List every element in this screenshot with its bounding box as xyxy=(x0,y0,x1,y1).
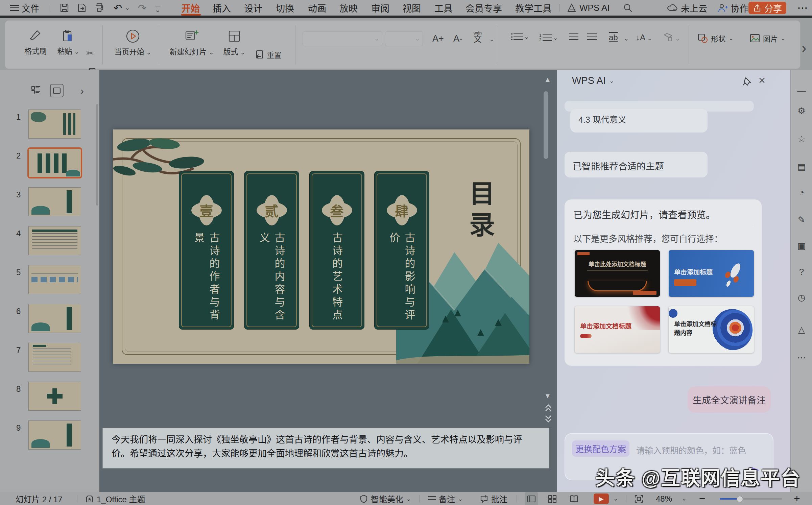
reading-view-button[interactable] xyxy=(569,492,579,505)
zoom-slider-thumb[interactable] xyxy=(737,496,743,502)
toc-panel-3[interactable]: 叁古诗的艺术特点 xyxy=(309,171,364,330)
canvas-scrollbar-thumb[interactable] xyxy=(544,91,548,159)
zoom-level-display[interactable]: 48% xyxy=(656,492,672,505)
tab-slideshow[interactable]: 放映 xyxy=(339,0,358,16)
tab-membership[interactable]: 会员专享 xyxy=(465,0,502,16)
collaborate-button[interactable]: 协作 xyxy=(717,0,748,16)
slideshow-play-button[interactable]: ▶ xyxy=(594,494,609,504)
picture-button[interactable]: 图片⌄ xyxy=(749,33,786,44)
change-color-scheme-tag[interactable]: 更换配色方案 xyxy=(572,440,629,457)
smart-beautify-button[interactable]: 智能美化⌄ xyxy=(359,492,411,505)
slide-preview[interactable] xyxy=(28,343,81,372)
slide-thumbnail-5[interactable]: 5 xyxy=(0,265,99,293)
reset-button[interactable]: 重置 xyxy=(255,49,282,60)
tab-animation[interactable]: 动画 xyxy=(308,0,326,16)
tab-view[interactable]: 视图 xyxy=(403,0,421,16)
slide-view-button[interactable] xyxy=(50,84,64,97)
scroll-down-arrow[interactable]: ▼ xyxy=(544,392,551,400)
theme-style-card-4[interactable]: 单击添加文档标题内容 xyxy=(669,306,754,353)
slide-thumbnail-7[interactable]: 7 xyxy=(0,343,99,371)
slide-preview[interactable] xyxy=(28,110,81,139)
slide-preview[interactable] xyxy=(28,420,81,450)
slide-thumbnail-3[interactable]: 3 xyxy=(0,187,99,216)
slide-thumbnail-4[interactable]: 4 xyxy=(0,226,99,255)
more-icon[interactable]: ⋯ xyxy=(791,353,812,363)
share-button[interactable]: 分享 xyxy=(748,2,786,14)
slide-thumbnail-1[interactable]: 1 xyxy=(0,110,99,138)
comments-button[interactable]: 批注 xyxy=(480,492,507,505)
pen-icon[interactable]: ✎ xyxy=(791,215,812,225)
slide-preview[interactable] xyxy=(28,187,81,216)
main-menu-button[interactable]: 文件 xyxy=(10,0,39,16)
slide-title[interactable]: 目录 xyxy=(461,180,498,242)
play-from-current-button[interactable]: 当页开始 ⌄ xyxy=(113,29,153,56)
collapse-panel-icon[interactable]: — xyxy=(791,86,812,96)
clock-icon[interactable]: ◷ xyxy=(791,292,812,303)
toc-panel-2[interactable]: 贰古诗的内容与含义 xyxy=(244,171,299,330)
outline-view-button[interactable] xyxy=(30,84,42,96)
bullet-list-button[interactable]: ⌄ xyxy=(511,33,529,40)
panel-expand-button[interactable]: › xyxy=(80,85,84,97)
format-painter-button[interactable]: 格式刷 xyxy=(19,29,52,56)
save-button[interactable] xyxy=(59,0,70,16)
slide-preview[interactable] xyxy=(28,382,81,411)
play-options-chevron[interactable]: ⌄ xyxy=(613,496,618,502)
increase-indent-button[interactable] xyxy=(587,33,597,40)
pin-panel-button[interactable] xyxy=(742,76,752,87)
fit-to-window-button[interactable] xyxy=(634,492,644,505)
font-family-select[interactable]: ⌄ xyxy=(303,31,382,46)
print-button[interactable] xyxy=(94,0,105,16)
decrease-font-button[interactable]: A- xyxy=(453,33,462,44)
wps-ai-button[interactable]: WPS AI xyxy=(567,0,610,16)
panels-icon[interactable]: ▤ xyxy=(791,162,812,172)
tab-home[interactable]: 开始 xyxy=(182,0,200,16)
ai-outline-item-card[interactable]: 4.3 现代意义 xyxy=(570,109,708,133)
slide-preview[interactable] xyxy=(28,265,81,294)
slide-preview[interactable] xyxy=(28,304,81,333)
font-size-select[interactable]: ⌄ xyxy=(385,31,423,46)
speaker-notes[interactable]: 今天我们将一同深入探讨《独坐敬亭山》这首古诗的作者与背景、内容与含义、艺术特点以… xyxy=(102,428,549,468)
redo-button[interactable]: ↷ xyxy=(138,0,146,16)
decrease-indent-button[interactable] xyxy=(569,33,578,40)
current-slide[interactable]: 目录 壹古诗的作者与背景贰古诗的内容与含义叁古诗的艺术特点肆古诗的影响与评价 xyxy=(113,129,529,364)
next-slide-button[interactable] xyxy=(544,414,552,423)
cut-button[interactable]: ✂ xyxy=(86,48,94,59)
ribbon-collapse-button[interactable]: › xyxy=(802,41,806,56)
cloud-status-button[interactable]: 未上云 xyxy=(667,0,707,16)
scroll-up-arrow[interactable]: ▲ xyxy=(544,76,551,83)
close-panel-button[interactable]: × xyxy=(759,74,765,87)
slide-preview[interactable] xyxy=(28,226,81,255)
chart-icon[interactable]: ◔ xyxy=(791,187,812,198)
slide-thumbnail-8[interactable]: 8 xyxy=(0,382,99,410)
zoom-options-chevron[interactable]: ⌄ xyxy=(682,496,687,502)
shapes-button[interactable]: 形状⌄ xyxy=(697,33,734,44)
theme-style-card-1[interactable]: 单击此处添加文档标题 xyxy=(575,250,660,297)
tab-transition[interactable]: 切换 xyxy=(276,0,294,16)
help-icon[interactable]: ? xyxy=(791,267,812,277)
tab-insert[interactable]: 插入 xyxy=(213,0,231,16)
generate-speech-notes-button[interactable]: 生成全文演讲备注 xyxy=(688,386,771,413)
tab-design[interactable]: 设计 xyxy=(244,0,262,16)
increase-font-button[interactable]: A+ xyxy=(432,33,444,44)
theme-style-card-2[interactable]: 单击添加标题 xyxy=(669,250,754,297)
slide-preview[interactable] xyxy=(28,148,81,177)
more-options-button[interactable]: ⋯ xyxy=(797,0,808,16)
normal-view-button[interactable] xyxy=(525,492,538,505)
quick-toolbar-customize-button[interactable]: ─⌄ xyxy=(155,0,161,16)
tab-tools[interactable]: 工具 xyxy=(434,0,453,16)
settings-icon[interactable]: ⚙ xyxy=(791,106,812,116)
zoom-slider[interactable] xyxy=(720,498,782,500)
tab-review[interactable]: 审阅 xyxy=(371,0,389,16)
ai-panel-title[interactable]: WPS AI⌄ xyxy=(572,75,614,86)
slide-sorter-view-button[interactable] xyxy=(548,492,557,505)
slide-thumbnail-6[interactable]: 6 xyxy=(0,304,99,332)
zoom-in-button[interactable]: + xyxy=(794,492,800,505)
new-slide-button[interactable]: 新建幻灯片 ⌄ xyxy=(169,29,214,56)
star-icon[interactable]: ☆ xyxy=(791,134,812,144)
previous-slide-button[interactable] xyxy=(544,404,552,412)
color-input-placeholder[interactable]: 请输入预期的颜色，如：蓝色 xyxy=(636,444,746,456)
tab-teaching-tools[interactable]: 教学工具 xyxy=(515,0,552,16)
theme-name-button[interactable]: 1_Office 主题 xyxy=(85,492,145,505)
toc-panel-4[interactable]: 肆古诗的影响与评价 xyxy=(374,171,429,330)
toc-panel-1[interactable]: 壹古诗的作者与背景 xyxy=(179,171,234,330)
